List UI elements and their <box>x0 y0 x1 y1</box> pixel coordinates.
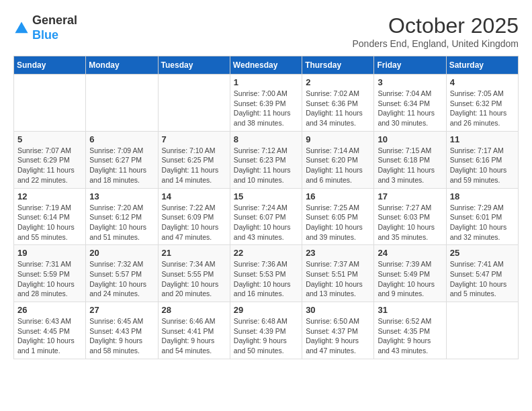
day-number: 3 <box>378 77 442 87</box>
day-number: 7 <box>162 134 226 144</box>
day-info: Sunrise: 7:27 AM Sunset: 6:03 PM Dayligh… <box>378 203 442 242</box>
calendar-cell: 5Sunrise: 7:07 AM Sunset: 6:29 PM Daylig… <box>14 131 86 188</box>
day-info: Sunrise: 7:02 AM Sunset: 6:36 PM Dayligh… <box>306 89 370 128</box>
location-subtitle: Ponders End, England, United Kingdom <box>353 38 519 49</box>
calendar-cell: 1Sunrise: 7:00 AM Sunset: 6:39 PM Daylig… <box>230 75 302 132</box>
calendar-week-2: 5Sunrise: 7:07 AM Sunset: 6:29 PM Daylig… <box>14 131 519 188</box>
day-info: Sunrise: 6:50 AM Sunset: 4:37 PM Dayligh… <box>306 316 370 356</box>
day-number: 15 <box>234 191 298 201</box>
calendar-cell: 4Sunrise: 7:05 AM Sunset: 6:32 PM Daylig… <box>446 75 518 132</box>
calendar-cell: 24Sunrise: 7:39 AM Sunset: 5:49 PM Dayli… <box>374 245 446 302</box>
day-info: Sunrise: 7:05 AM Sunset: 6:32 PM Dayligh… <box>450 89 515 128</box>
calendar-cell: 15Sunrise: 7:24 AM Sunset: 6:07 PM Dayli… <box>230 188 302 245</box>
calendar-cell: 31Sunrise: 6:52 AM Sunset: 4:35 PM Dayli… <box>374 302 446 359</box>
calendar-cell: 29Sunrise: 6:48 AM Sunset: 4:39 PM Dayli… <box>230 302 302 359</box>
day-info: Sunrise: 7:04 AM Sunset: 6:34 PM Dayligh… <box>378 89 442 128</box>
day-info: Sunrise: 7:07 AM Sunset: 6:29 PM Dayligh… <box>17 146 82 185</box>
calendar-cell <box>86 75 158 132</box>
calendar-week-5: 26Sunrise: 6:43 AM Sunset: 4:45 PM Dayli… <box>14 302 519 359</box>
calendar-cell: 28Sunrise: 6:46 AM Sunset: 4:41 PM Dayli… <box>158 302 230 359</box>
day-number: 13 <box>89 191 154 201</box>
day-header-friday: Friday <box>374 56 446 75</box>
calendar-cell: 12Sunrise: 7:19 AM Sunset: 6:14 PM Dayli… <box>14 188 86 245</box>
calendar-cell: 13Sunrise: 7:20 AM Sunset: 6:12 PM Dayli… <box>86 188 158 245</box>
day-info: Sunrise: 7:25 AM Sunset: 6:05 PM Dayligh… <box>306 203 370 242</box>
calendar-cell: 30Sunrise: 6:50 AM Sunset: 4:37 PM Dayli… <box>302 302 374 359</box>
day-number: 29 <box>234 305 298 315</box>
day-number: 28 <box>162 305 226 315</box>
calendar-cell: 2Sunrise: 7:02 AM Sunset: 6:36 PM Daylig… <box>302 75 374 132</box>
svg-marker-0 <box>15 21 28 33</box>
day-number: 16 <box>306 191 370 201</box>
day-number: 10 <box>378 134 442 144</box>
day-header-monday: Monday <box>86 56 158 75</box>
day-number: 6 <box>89 134 154 144</box>
calendar-cell <box>446 302 518 359</box>
day-info: Sunrise: 6:48 AM Sunset: 4:39 PM Dayligh… <box>234 316 298 356</box>
day-info: Sunrise: 7:22 AM Sunset: 6:09 PM Dayligh… <box>162 203 226 242</box>
day-number: 17 <box>378 191 442 201</box>
logo: General Blue <box>13 13 77 42</box>
page-header: General Blue October 2025 Ponders End, E… <box>13 13 519 49</box>
day-info: Sunrise: 6:43 AM Sunset: 4:45 PM Dayligh… <box>17 316 82 356</box>
logo-icon <box>13 20 30 36</box>
day-number: 9 <box>306 134 370 144</box>
day-info: Sunrise: 7:24 AM Sunset: 6:07 PM Dayligh… <box>234 203 298 242</box>
day-info: Sunrise: 7:32 AM Sunset: 5:57 PM Dayligh… <box>89 259 154 299</box>
day-number: 1 <box>234 77 298 87</box>
day-number: 2 <box>306 77 370 87</box>
day-number: 4 <box>450 77 515 87</box>
calendar-cell: 23Sunrise: 7:37 AM Sunset: 5:51 PM Dayli… <box>302 245 374 302</box>
day-info: Sunrise: 7:37 AM Sunset: 5:51 PM Dayligh… <box>306 259 370 299</box>
day-info: Sunrise: 7:14 AM Sunset: 6:20 PM Dayligh… <box>306 146 370 185</box>
day-info: Sunrise: 7:31 AM Sunset: 5:59 PM Dayligh… <box>17 259 82 299</box>
calendar-cell <box>158 75 230 132</box>
day-number: 31 <box>378 305 442 315</box>
calendar-week-3: 12Sunrise: 7:19 AM Sunset: 6:14 PM Dayli… <box>14 188 519 245</box>
calendar-cell: 10Sunrise: 7:15 AM Sunset: 6:18 PM Dayli… <box>374 131 446 188</box>
day-number: 19 <box>17 248 82 258</box>
calendar-cell: 14Sunrise: 7:22 AM Sunset: 6:09 PM Dayli… <box>158 188 230 245</box>
calendar-cell: 8Sunrise: 7:12 AM Sunset: 6:23 PM Daylig… <box>230 131 302 188</box>
calendar-cell: 19Sunrise: 7:31 AM Sunset: 5:59 PM Dayli… <box>14 245 86 302</box>
day-number: 22 <box>234 248 298 258</box>
calendar-week-4: 19Sunrise: 7:31 AM Sunset: 5:59 PM Dayli… <box>14 245 519 302</box>
calendar-cell <box>14 75 86 132</box>
calendar-cell: 26Sunrise: 6:43 AM Sunset: 4:45 PM Dayli… <box>14 302 86 359</box>
calendar-cell: 20Sunrise: 7:32 AM Sunset: 5:57 PM Dayli… <box>86 245 158 302</box>
day-number: 12 <box>17 191 82 201</box>
calendar-cell: 11Sunrise: 7:17 AM Sunset: 6:16 PM Dayli… <box>446 131 518 188</box>
calendar-week-1: 1Sunrise: 7:00 AM Sunset: 6:39 PM Daylig… <box>14 75 519 132</box>
day-header-tuesday: Tuesday <box>158 56 230 75</box>
logo-general-text: General <box>32 13 77 28</box>
day-number: 20 <box>89 248 154 258</box>
calendar-header-row: SundayMondayTuesdayWednesdayThursdayFrid… <box>14 56 519 75</box>
day-info: Sunrise: 7:12 AM Sunset: 6:23 PM Dayligh… <box>234 146 298 185</box>
day-info: Sunrise: 7:10 AM Sunset: 6:25 PM Dayligh… <box>162 146 226 185</box>
day-info: Sunrise: 7:36 AM Sunset: 5:53 PM Dayligh… <box>234 259 298 299</box>
day-info: Sunrise: 7:09 AM Sunset: 6:27 PM Dayligh… <box>89 146 154 185</box>
calendar-cell: 16Sunrise: 7:25 AM Sunset: 6:05 PM Dayli… <box>302 188 374 245</box>
day-info: Sunrise: 7:19 AM Sunset: 6:14 PM Dayligh… <box>17 203 82 242</box>
day-number: 25 <box>450 248 515 258</box>
month-title: October 2025 <box>353 13 519 38</box>
calendar-cell: 9Sunrise: 7:14 AM Sunset: 6:20 PM Daylig… <box>302 131 374 188</box>
day-header-thursday: Thursday <box>302 56 374 75</box>
day-info: Sunrise: 7:29 AM Sunset: 6:01 PM Dayligh… <box>450 203 515 242</box>
calendar-table: SundayMondayTuesdayWednesdayThursdayFrid… <box>13 56 519 359</box>
day-info: Sunrise: 7:34 AM Sunset: 5:55 PM Dayligh… <box>162 259 226 299</box>
day-info: Sunrise: 6:52 AM Sunset: 4:35 PM Dayligh… <box>378 316 442 356</box>
calendar-cell: 7Sunrise: 7:10 AM Sunset: 6:25 PM Daylig… <box>158 131 230 188</box>
day-header-sunday: Sunday <box>14 56 86 75</box>
day-info: Sunrise: 7:41 AM Sunset: 5:47 PM Dayligh… <box>450 259 515 299</box>
day-info: Sunrise: 7:00 AM Sunset: 6:39 PM Dayligh… <box>234 89 298 128</box>
calendar-cell: 18Sunrise: 7:29 AM Sunset: 6:01 PM Dayli… <box>446 188 518 245</box>
day-number: 21 <box>162 248 226 258</box>
day-number: 5 <box>17 134 82 144</box>
day-info: Sunrise: 6:46 AM Sunset: 4:41 PM Dayligh… <box>162 316 226 356</box>
day-info: Sunrise: 7:15 AM Sunset: 6:18 PM Dayligh… <box>378 146 442 185</box>
logo-blue-text: Blue <box>32 28 77 43</box>
calendar-cell: 17Sunrise: 7:27 AM Sunset: 6:03 PM Dayli… <box>374 188 446 245</box>
calendar-cell: 27Sunrise: 6:45 AM Sunset: 4:43 PM Dayli… <box>86 302 158 359</box>
day-number: 24 <box>378 248 442 258</box>
